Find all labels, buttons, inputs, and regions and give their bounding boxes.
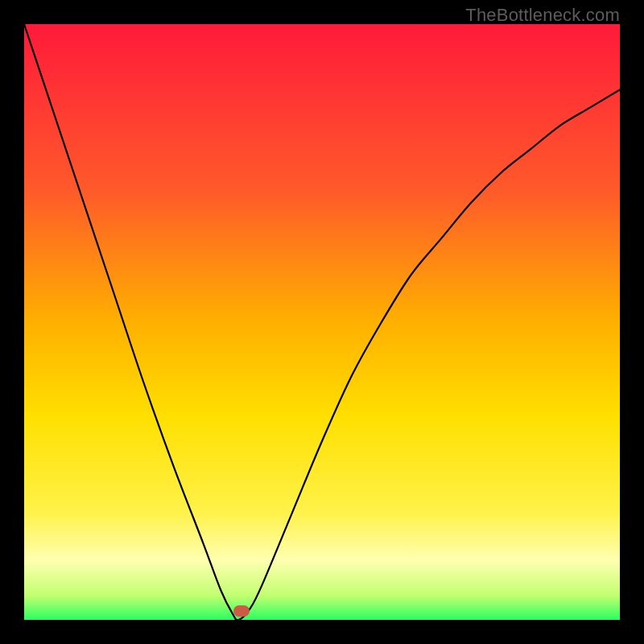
bottleneck-curve — [24, 24, 620, 620]
plot-area — [24, 24, 620, 620]
chart-frame: TheBottleneck.com — [0, 0, 644, 644]
curve-svg — [24, 24, 620, 620]
optimal-point-marker — [233, 605, 250, 617]
attribution-label: TheBottleneck.com — [465, 5, 620, 26]
